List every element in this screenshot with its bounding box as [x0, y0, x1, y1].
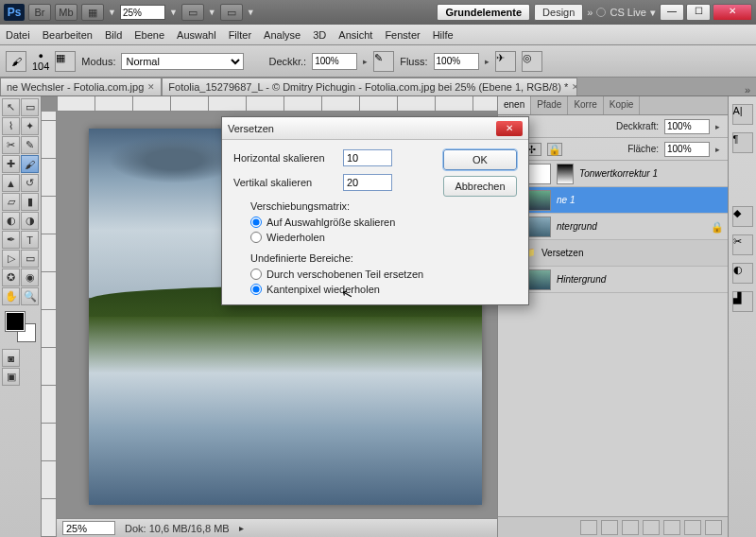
- layer-row[interactable]: ntergrund🔒: [498, 214, 728, 240]
- pen-tool[interactable]: ✒: [2, 231, 20, 249]
- tab-layers[interactable]: enen: [498, 96, 531, 114]
- gradient-tool[interactable]: ▮: [21, 193, 39, 211]
- panel-icon-5[interactable]: ◐: [732, 263, 753, 284]
- eraser-tool[interactable]: ▱: [2, 193, 20, 211]
- type-tool[interactable]: T: [21, 231, 39, 249]
- brush-size[interactable]: ●104: [32, 51, 49, 72]
- close-icon[interactable]: ✕: [147, 82, 155, 92]
- workspace-essentials[interactable]: Grundelemente: [437, 4, 530, 21]
- menu-fenster[interactable]: Fenster: [385, 29, 420, 41]
- fill-panel-field[interactable]: [664, 142, 710, 157]
- tool-preset[interactable]: 🖌: [6, 51, 26, 72]
- minimize-button[interactable]: —: [660, 4, 684, 21]
- doc-tab-2[interactable]: Fotolia_15279687_L - © Dmitry Pichugin -…: [162, 78, 577, 95]
- path-tool[interactable]: ▷: [2, 250, 20, 268]
- menu-bild[interactable]: Bild: [105, 29, 122, 41]
- pressure-size-icon[interactable]: ◎: [522, 51, 542, 72]
- new-icon[interactable]: [684, 520, 701, 535]
- screen-button[interactable]: ▭: [220, 4, 243, 21]
- workspace-design[interactable]: Design: [534, 4, 583, 21]
- color-swatches[interactable]: [6, 312, 36, 342]
- camera-tool[interactable]: ◉: [21, 268, 39, 286]
- tab-adjust[interactable]: Korre: [568, 96, 603, 114]
- menu-ansicht[interactable]: Ansicht: [338, 29, 372, 41]
- healing-tool[interactable]: ✚: [2, 155, 20, 173]
- opt-stretch[interactable]: Auf Auswahlgröße skalieren: [250, 217, 434, 228]
- tab-copy[interactable]: Kopie: [604, 96, 641, 114]
- screenmode-tool[interactable]: ▣: [2, 368, 20, 386]
- brush-panel-toggle[interactable]: ▦: [55, 51, 76, 72]
- group-icon[interactable]: [663, 520, 680, 535]
- opt-wrap[interactable]: Durch verschobenen Teil ersetzen: [250, 268, 434, 280]
- dialog-close-icon[interactable]: ✕: [496, 121, 523, 136]
- ruler-horizontal[interactable]: [57, 96, 497, 112]
- bridge-button[interactable]: Br: [28, 4, 51, 21]
- menu-bearbeiten[interactable]: Bearbeiten: [43, 29, 93, 41]
- layer-row[interactable]: Tonwertkorrektur 1: [498, 161, 728, 187]
- cancel-button[interactable]: Abbrechen: [443, 176, 517, 197]
- flow-field[interactable]: [434, 53, 479, 70]
- menu-ebene[interactable]: Ebene: [134, 29, 164, 41]
- tab-paths[interactable]: Pfade: [531, 96, 568, 114]
- panel-icon-4[interactable]: ✂: [732, 234, 753, 255]
- quickselect-tool[interactable]: ✦: [21, 117, 39, 135]
- zoom-field[interactable]: [120, 5, 165, 20]
- tabs-overflow[interactable]: »: [739, 84, 756, 95]
- fx-icon[interactable]: [601, 520, 618, 535]
- move-tool[interactable]: ↖: [2, 98, 20, 116]
- close-icon[interactable]: ✕: [572, 82, 577, 92]
- group-row[interactable]: ▾📁Versetzen: [498, 240, 728, 267]
- mode-select[interactable]: Normal: [121, 53, 244, 70]
- view-button[interactable]: ▭: [181, 4, 204, 21]
- menu-hilfe[interactable]: Hilfe: [433, 29, 454, 41]
- doc-tab-1[interactable]: ne Wechsler - Fotolia.com.jpg✕: [0, 78, 162, 95]
- zoom-tool[interactable]: 🔍: [21, 287, 39, 305]
- panel-icon-2[interactable]: ¶: [732, 132, 753, 153]
- opacity-field[interactable]: [312, 53, 357, 70]
- opt-tile[interactable]: Wiederholen: [250, 232, 434, 243]
- panel-icon-1[interactable]: A|: [732, 104, 753, 125]
- menu-analyse[interactable]: Analyse: [264, 29, 301, 41]
- blur-tool[interactable]: ◐: [2, 212, 20, 230]
- lasso-tool[interactable]: ⌇: [2, 117, 20, 135]
- layer-row[interactable]: ne 1: [498, 187, 728, 214]
- close-button[interactable]: ✕: [713, 4, 752, 21]
- maximize-button[interactable]: ☐: [686, 4, 711, 21]
- dialog-titlebar[interactable]: Versetzen ✕: [222, 117, 528, 140]
- workspace-more[interactable]: »: [587, 7, 593, 18]
- dodge-tool[interactable]: ◑: [21, 212, 39, 230]
- layer-row[interactable]: 👁Hintergrund: [498, 267, 728, 293]
- menu-auswahl[interactable]: Auswahl: [177, 29, 216, 41]
- cslive[interactable]: CS Live ▾: [596, 7, 656, 19]
- quickmask-tool[interactable]: ◙: [2, 349, 20, 367]
- pressure-opacity-icon[interactable]: ✎: [373, 51, 394, 72]
- shape-tool[interactable]: ▭: [21, 250, 39, 268]
- crop-tool[interactable]: ✂: [2, 136, 20, 154]
- link-icon[interactable]: [580, 520, 597, 535]
- ruler-vertical[interactable]: [42, 112, 57, 537]
- panel-icon-6[interactable]: ▟: [732, 291, 753, 312]
- history-brush-tool[interactable]: ↺: [21, 174, 39, 192]
- airbrush-icon[interactable]: ✈: [495, 51, 516, 72]
- h-scale-input[interactable]: [343, 149, 392, 166]
- minibridge-button[interactable]: Mb: [55, 4, 77, 21]
- opacity-panel-field[interactable]: [664, 119, 710, 134]
- menu-3d[interactable]: 3D: [313, 29, 326, 41]
- brush-tool[interactable]: 🖌: [21, 155, 39, 173]
- v-scale-input[interactable]: [343, 174, 392, 191]
- adjust-icon[interactable]: [643, 520, 660, 535]
- stamp-tool[interactable]: ▲: [2, 174, 20, 192]
- panel-icon-3[interactable]: ◆: [732, 206, 753, 227]
- mask-icon[interactable]: [622, 520, 639, 535]
- extras-button[interactable]: ▦: [81, 4, 104, 21]
- opt-repeat[interactable]: Kantenpixel wiederholen: [250, 284, 434, 295]
- ok-button[interactable]: OK: [443, 149, 517, 170]
- eyedropper-tool[interactable]: ✎: [21, 136, 39, 154]
- menu-filter[interactable]: Filter: [229, 29, 251, 41]
- trash-icon[interactable]: [705, 520, 722, 535]
- hand-tool[interactable]: ✋: [2, 287, 20, 305]
- 3d-tool[interactable]: ✪: [2, 268, 20, 286]
- lock-pos-icon[interactable]: 🔒: [547, 143, 562, 156]
- marquee-tool[interactable]: ▭: [21, 98, 39, 116]
- zoom-status[interactable]: [62, 521, 115, 535]
